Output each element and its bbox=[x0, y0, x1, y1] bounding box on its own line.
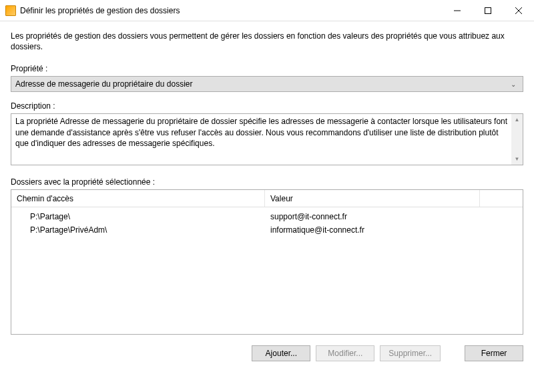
cell-path: P:\Partage\PrivéAdm\ bbox=[11, 225, 265, 235]
scroll-down-icon[interactable]: ▼ bbox=[511, 153, 523, 165]
scrollbar[interactable]: ▲ ▼ bbox=[511, 114, 523, 165]
folders-listview[interactable]: Chemin d'accès Valeur P:\Partage\ suppor… bbox=[11, 189, 523, 335]
maximize-button[interactable] bbox=[473, 0, 503, 21]
intro-text: Les propriétés de gestion des dossiers v… bbox=[11, 31, 523, 52]
svg-rect-1 bbox=[485, 7, 491, 13]
property-label: Propriété : bbox=[11, 64, 523, 73]
listview-body: P:\Partage\ support@it-connect.fr P:\Par… bbox=[11, 207, 523, 237]
column-header-value[interactable]: Valeur bbox=[265, 190, 480, 207]
close-button[interactable] bbox=[503, 0, 534, 21]
window-title: Définir les propriétés de gestion des do… bbox=[20, 6, 442, 15]
cell-path: P:\Partage\ bbox=[11, 212, 265, 221]
close-dialog-button[interactable]: Fermer bbox=[465, 345, 523, 361]
scroll-up-icon[interactable]: ▲ bbox=[511, 114, 523, 125]
listview-header: Chemin d'accès Valeur bbox=[11, 190, 523, 207]
column-header-tail bbox=[480, 190, 523, 207]
content-area: Les propriétés de gestion des dossiers v… bbox=[0, 21, 534, 371]
button-bar: Ajouter... Modifier... Supprimer... Ferm… bbox=[11, 344, 523, 361]
cell-value: support@it-connect.fr bbox=[265, 212, 523, 221]
edit-button[interactable]: Modifier... bbox=[316, 345, 374, 361]
app-icon bbox=[5, 5, 16, 16]
table-row[interactable]: P:\Partage\ support@it-connect.fr bbox=[11, 210, 523, 223]
chevron-down-icon: ⌄ bbox=[508, 81, 519, 88]
column-header-path[interactable]: Chemin d'accès bbox=[11, 190, 265, 207]
window-controls bbox=[442, 0, 534, 21]
property-selected-value: Adresse de messagerie du propriétaire du… bbox=[15, 79, 508, 89]
property-dropdown[interactable]: Adresse de messagerie du propriétaire du… bbox=[11, 76, 523, 92]
description-field-wrap: La propriété Adresse de messagerie du pr… bbox=[11, 113, 523, 165]
description-label: Description : bbox=[11, 101, 523, 111]
delete-button[interactable]: Supprimer... bbox=[380, 345, 441, 361]
titlebar: Définir les propriétés de gestion des do… bbox=[0, 0, 534, 21]
table-row[interactable]: P:\Partage\PrivéAdm\ informatique@it-con… bbox=[11, 223, 523, 237]
cell-value: informatique@it-connect.fr bbox=[265, 225, 523, 235]
description-textarea[interactable]: La propriété Adresse de messagerie du pr… bbox=[11, 113, 523, 165]
folders-label: Dossiers avec la propriété sélectionnée … bbox=[11, 177, 523, 187]
add-button[interactable]: Ajouter... bbox=[252, 345, 310, 361]
minimize-button[interactable] bbox=[442, 0, 473, 21]
